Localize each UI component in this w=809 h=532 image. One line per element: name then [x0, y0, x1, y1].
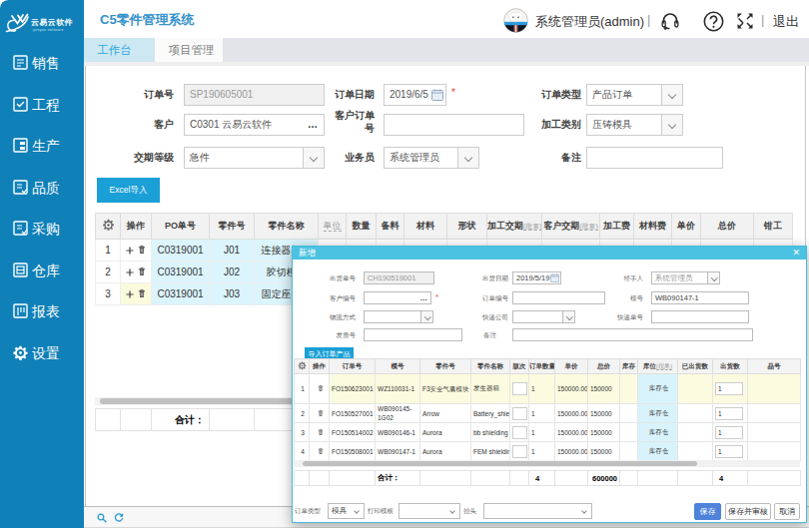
svg-text:yunyun software: yunyun software [33, 28, 64, 32]
svg-text:云易云软件: 云易云软件 [31, 18, 73, 27]
